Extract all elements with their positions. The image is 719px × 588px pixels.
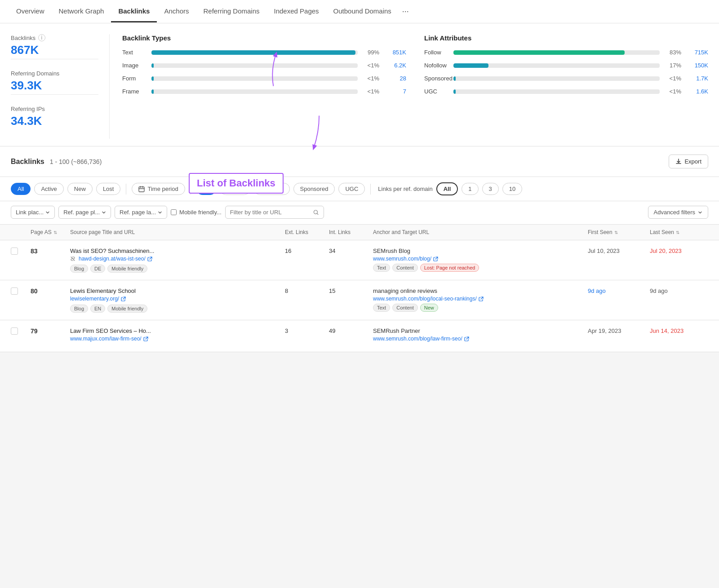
export-icon <box>675 159 682 165</box>
int-links-header[interactable]: Int. Links <box>329 229 369 235</box>
charts-area: Backlink Types Text 99% 851K Image <1% 6… <box>110 34 708 139</box>
backlinks-stat: Backlinks i 867K <box>11 34 98 59</box>
row-checkbox[interactable] <box>11 327 27 335</box>
bar-label: Frame <box>122 88 147 95</box>
tag: Blog <box>70 305 88 313</box>
bar-count: 1.6K <box>686 88 708 95</box>
anchor-cell: SEMRush Partner www.semrush.com/blog/law… <box>373 327 584 344</box>
nav-item-network-graph[interactable]: Network Graph <box>52 1 111 22</box>
anchor-header[interactable]: Anchor and Target URL <box>373 229 584 235</box>
filter-divider-1 <box>126 184 126 195</box>
list-header: Backlinks 1 - 100 (~866,736) Export <box>0 146 719 177</box>
time-period-button[interactable]: Time period <box>132 183 185 195</box>
link-placement-dropdown[interactable]: Link plac... <box>11 206 55 219</box>
external-link-icon <box>147 256 152 261</box>
top-navigation: Overview Network Graph Backlinks Anchors… <box>0 0 719 23</box>
filter-active-status[interactable]: Active <box>34 183 63 195</box>
search-input[interactable] <box>230 209 311 216</box>
bar-row-ugc: UGC <1% 1.6K <box>424 88 708 95</box>
external-link-icon <box>464 336 469 341</box>
backlinks-info-icon[interactable]: i <box>38 34 45 41</box>
ref-page-placement-dropdown[interactable]: Ref. page pl... <box>58 206 111 219</box>
bar-count: 28 <box>384 75 406 82</box>
source-url[interactable]: hawd-design.at/was-ist-seo/ <box>70 256 281 262</box>
bar-label: Image <box>122 62 147 69</box>
bar-track <box>151 63 358 68</box>
ref-page-language-label: Ref. page la... <box>120 209 156 216</box>
nav-item-overview[interactable]: Overview <box>9 1 52 22</box>
filter-follow[interactable]: Follow <box>220 183 250 195</box>
filter-divider-2 <box>191 184 191 195</box>
stats-charts-area: Backlinks i 867K Referring Domains 39.3K… <box>0 23 719 146</box>
nav-item-outbound-domains[interactable]: Outbound Domains <box>326 1 399 22</box>
table-row: 83 Was ist SEO? Suchmaschinen... hawd-de… <box>0 240 719 280</box>
source-page-header[interactable]: Source page Title and URL <box>70 229 281 235</box>
bar-label: Sponsored <box>424 75 449 82</box>
per-domain-all[interactable]: All <box>436 182 458 195</box>
filter-bar-1: All Active New Lost Time period All Foll… <box>0 177 719 201</box>
source-url[interactable]: lewiselementary.org/ <box>70 296 281 302</box>
anchor-tags: TextContent New <box>373 304 584 312</box>
anchor-cell: SEMrush Blog www.semrush.com/blog/ TextC… <box>373 248 584 272</box>
last-seen-header[interactable]: Last Seen ⇅ <box>650 229 708 235</box>
first-seen-header[interactable]: First Seen ⇅ <box>588 229 646 235</box>
link-placement-label: Link plac... <box>16 209 44 216</box>
anchor-tag: Content <box>392 264 418 272</box>
stats-left: Backlinks i 867K Referring Domains 39.3K… <box>11 34 110 139</box>
advanced-filters-button[interactable]: Advanced filters <box>648 206 709 219</box>
filter-new-status[interactable]: New <box>67 183 93 195</box>
nav-item-anchors[interactable]: Anchors <box>157 1 196 22</box>
mobile-friendly-filter[interactable]: Mobile friendly... <box>171 209 222 216</box>
anchor-url[interactable]: www.semrush.com/blog/ <box>373 256 584 262</box>
filter-lost-status[interactable]: Lost <box>96 183 121 195</box>
anchor-url[interactable]: www.semrush.com/blog/local-seo-rankings/ <box>373 296 584 302</box>
time-period-label: Time period <box>147 186 178 192</box>
chevron-down-icon-4 <box>698 210 702 215</box>
bar-fill <box>151 89 154 94</box>
page-as-value: 80 <box>31 287 67 295</box>
mobile-friendly-checkbox[interactable] <box>171 209 177 215</box>
chevron-down-icon-2 <box>102 210 106 215</box>
bar-row-text: Text 99% 851K <box>122 49 406 56</box>
anchor-title: managing online reviews <box>373 287 584 294</box>
referring-ips-label: Referring IPs <box>11 106 45 112</box>
source-url[interactable]: www.majux.com/law-firm-seo/ <box>70 336 281 342</box>
filter-ugc[interactable]: UGC <box>338 183 365 195</box>
search-box[interactable] <box>225 206 324 219</box>
bar-count: 1.7K <box>686 75 708 82</box>
broken-link-icon <box>70 256 76 262</box>
link-attributes-title: Link Attributes <box>424 34 708 42</box>
nav-more-button[interactable]: ··· <box>399 0 413 22</box>
nav-item-referring-domains[interactable]: Referring Domains <box>196 1 266 22</box>
ref-page-placement-label: Ref. page pl... <box>63 209 100 216</box>
referring-ips-value: 34.3K <box>11 114 98 128</box>
row-checkbox[interactable] <box>11 248 27 255</box>
anchor-url[interactable]: www.semrush.com/blog/law-firm-seo/ <box>373 336 584 342</box>
per-domain-10[interactable]: 10 <box>502 183 522 195</box>
external-link-icon <box>433 256 438 261</box>
filter-nofollow[interactable]: Nofollow <box>254 183 290 195</box>
ref-page-language-dropdown[interactable]: Ref. page la... <box>115 206 167 219</box>
anchor-title: SEMRush Partner <box>373 327 584 334</box>
filter-sponsored[interactable]: Sponsored <box>293 183 335 195</box>
nav-item-indexed-pages[interactable]: Indexed Pages <box>267 1 326 22</box>
ext-links-header[interactable]: Ext. Links <box>285 229 325 235</box>
anchor-tag: Content <box>392 304 418 312</box>
export-button[interactable]: Export <box>669 155 708 168</box>
list-title: Backlinks <box>11 158 44 166</box>
filter-all-status[interactable]: All <box>11 183 31 195</box>
per-domain-1[interactable]: 1 <box>462 183 478 195</box>
bar-pct: <1% <box>362 62 379 69</box>
nav-item-backlinks[interactable]: Backlinks <box>111 1 157 22</box>
row-checkbox[interactable] <box>11 287 27 295</box>
bar-fill <box>151 50 355 55</box>
bar-row-sponsored: Sponsored <1% 1.7K <box>424 75 708 82</box>
per-domain-3[interactable]: 3 <box>482 183 499 195</box>
backlinks-value: 867K <box>11 43 98 57</box>
filter-all-link[interactable]: All <box>196 183 216 195</box>
referring-domains-value: 39.3K <box>11 79 98 93</box>
svg-rect-0 <box>139 187 144 192</box>
page-as-header[interactable]: Page AS ⇅ <box>31 229 67 235</box>
table-row: 80 Lewis Elementary School lewiselementa… <box>0 280 719 320</box>
sort-icon-first-seen: ⇅ <box>614 230 618 235</box>
